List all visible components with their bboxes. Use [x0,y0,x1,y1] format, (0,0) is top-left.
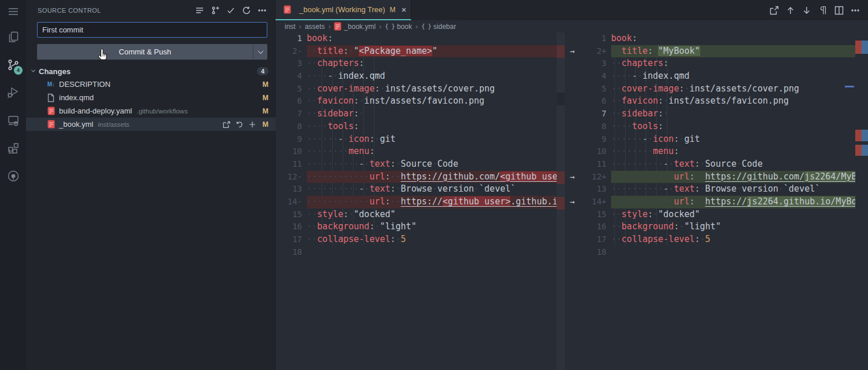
code-text: ··········-·text:·Browse·version·`devel` [611,183,855,196]
commit-message-input[interactable] [37,22,267,38]
code-line-original-2[interactable]: 2-··title:·"<Package_name>" [275,45,557,58]
code-line-original-18[interactable]: 18 [275,246,557,259]
code-line-modified-6[interactable]: 6··favicon:·inst/assets/favicon.png [565,95,855,108]
code-text: ··background:·"light" [611,221,855,233]
code-line-original-3[interactable]: 3··chapters: [275,57,557,70]
activity-item-source-control[interactable]: 4 [0,51,26,79]
breadcrumb-item-sidebar[interactable]: { }sidebar [421,23,456,31]
code-line-original-13[interactable]: 13··········-·text:·Browse·version·`deve… [275,183,557,196]
code-line-original-1[interactable]: 1book: [275,32,557,45]
code-line-original-5[interactable]: 5··cover-image:·inst/assets/cover.png [275,83,557,96]
breadcrumb-separator: › [379,23,381,31]
code-line-modified-4[interactable]: 4····-·index.qmd [565,70,855,83]
arrow-gutter [565,208,580,221]
activity-item-github[interactable] [0,162,26,190]
menu-icon [7,5,20,18]
toggle-whitespace-icon[interactable] [817,5,829,16]
left-pane-scrollbar[interactable] [557,32,565,370]
file-row-index.qmd[interactable]: index.qmdM [26,91,275,104]
line-number: 10 [275,145,307,158]
line-number: 17 [275,233,307,246]
more-icon[interactable] [849,5,861,16]
view-and-sort-icon[interactable] [194,5,205,16]
code-line-modified-14[interactable]: →14+············url:··https://js2264.git… [565,196,855,208]
code-line-modified-13[interactable]: 13··········-·text:·Browse·version·`deve… [565,183,855,196]
arrow-gutter [565,108,580,120]
previous-change-icon[interactable] [785,5,796,16]
activity-bar: 4 [0,0,26,370]
diff-change-arrow-icon[interactable]: → [565,196,580,208]
code-line-original-17[interactable]: 17··collapse-level:·5 [275,233,557,246]
activity-item-extensions[interactable] [0,134,26,162]
arrow-gutter [565,32,580,45]
breadcrumb-item-inst[interactable]: inst [285,23,296,31]
line-number: 1 [580,32,611,45]
commit-graph-icon[interactable] [209,5,221,16]
code-line-original-9[interactable]: 9······-·icon:·git [275,133,557,146]
code-line-original-14[interactable]: 14-············url:··https://<github_use… [275,196,557,208]
changes-label: Changes [39,67,257,76]
code-line-modified-3[interactable]: 3··chapters: [565,57,855,70]
diff-change-arrow-icon[interactable]: → [565,171,580,184]
commit-icon[interactable] [225,5,237,16]
breadcrumb-item-_book.yml[interactable]: _book.yml [334,22,376,31]
breadcrumb-item-book[interactable]: { }book [385,23,412,31]
diff-modified-pane: 1book:→2+··title:·"MyBook"3··chapters:4·… [565,32,855,370]
line-number: 8 [580,120,611,133]
diff-change-arrow-icon[interactable]: → [565,45,580,58]
code-line-modified-12[interactable]: →12+············url:··https://github.com… [565,171,855,184]
remote-icon [6,113,20,127]
discard-icon[interactable] [235,120,244,129]
code-line-modified-15[interactable]: 15··style:·"docked" [565,208,855,221]
code-line-original-7[interactable]: 7··sidebar:· [275,108,557,120]
open-file-icon[interactable] [222,120,231,129]
commit-options-dropdown[interactable] [253,44,267,60]
code-line-original-12[interactable]: 12-············url:··https://github.com/… [275,171,557,184]
split-editor-icon[interactable] [833,5,845,16]
code-line-modified-18[interactable]: 18 [565,246,855,259]
file-row-DESCRIPTION[interactable]: M↓DESCRIPTIONM [26,78,275,91]
changes-section-header[interactable]: Changes 4 [26,65,275,78]
code-line-modified-16[interactable]: 16··background:·"light" [565,221,855,233]
code-text: ····-·index.qmd [307,70,557,83]
code-line-original-15[interactable]: 15··style:·"docked" [275,208,557,221]
code-line-original-4[interactable]: 4····-·index.qmd [275,70,557,83]
editor-actions [411,0,868,20]
file-row-_book.yml[interactable]: _book.ymlinst/assetsM [26,118,275,131]
code-line-original-6[interactable]: 6··favicon:·inst/assets/favicon.png [275,95,557,108]
breadcrumb-item-assets[interactable]: assets [305,23,325,31]
line-number: 11 [275,158,307,171]
activity-item-remote-explorer[interactable] [0,107,26,134]
line-number: 16 [580,221,611,233]
code-line-original-11[interactable]: 11··········-·text:·Source·Code [275,158,557,171]
refresh-icon[interactable] [241,5,252,16]
open-changes-icon[interactable] [768,5,780,16]
code-line-original-16[interactable]: 16··background:·"light" [275,221,557,233]
code-line-original-10[interactable]: 10········menu: [275,145,557,158]
code-line-modified-8[interactable]: 8····tools: [565,120,855,133]
overview-ruler[interactable] [855,32,868,370]
editor-tab-bar: _book.yml (Working Tree) M × [275,0,868,20]
tab-book-yml-working-tree[interactable]: _book.yml (Working Tree) M × [275,0,411,20]
commit-and-push-button[interactable]: Commit & Push [37,44,267,60]
file-row-build-and-deploy.yaml[interactable]: build-and-deploy.yaml.github/workflowsM [26,104,275,118]
code-line-modified-5[interactable]: 5··cover-image:·inst/assets/cover.png [565,83,855,96]
close-icon[interactable]: × [402,5,407,14]
code-text: ············url:··https://github.com/js2… [611,171,855,184]
activity-item-run-and-debug[interactable] [0,79,26,107]
code-line-original-8[interactable]: 8····tools: [275,120,557,133]
code-line-modified-2[interactable]: →2+··title:·"MyBook" [565,45,855,58]
code-line-modified-9[interactable]: 9······-·icon:·git [565,133,855,146]
stage-icon[interactable] [248,120,257,129]
activity-item-menu[interactable] [0,0,26,23]
code-line-modified-17[interactable]: 17··collapse-level:·5 [565,233,855,246]
activity-item-explorer[interactable] [0,23,26,51]
more-icon[interactable] [256,5,268,16]
next-change-icon[interactable] [801,5,812,16]
code-line-modified-7[interactable]: 7··sidebar:· [565,108,855,120]
code-line-modified-11[interactable]: 11··········-·text:·Source·Code [565,158,855,171]
code-line-modified-10[interactable]: 10········menu: [565,145,855,158]
code-line-modified-1[interactable]: 1book: [565,32,855,45]
breadcrumb-separator: › [328,23,330,31]
changed-files-list: M↓DESCRIPTIONMindex.qmdMbuild-and-deploy… [26,78,275,131]
